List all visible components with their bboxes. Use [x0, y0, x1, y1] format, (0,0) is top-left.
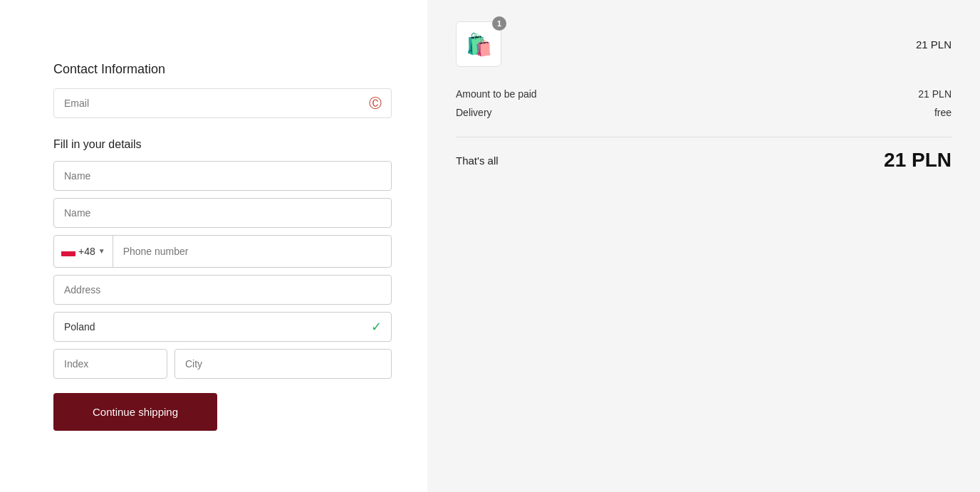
total-row: That's all 21 PLN — [456, 149, 952, 172]
delivery-label: Delivery — [456, 107, 492, 118]
email-field-wrapper: Ⓒ — [53, 88, 392, 118]
city-input[interactable] — [174, 349, 392, 379]
email-input[interactable] — [53, 88, 392, 118]
total-label: That's all — [456, 155, 499, 167]
summary-divider — [456, 137, 952, 137]
flag-poland-icon — [61, 246, 75, 256]
country-select-wrapper: Poland Germany France United Kingdom ✓ — [53, 312, 392, 342]
address-input[interactable] — [53, 275, 392, 305]
country-select[interactable]: Poland Germany France United Kingdom — [53, 312, 392, 342]
amount-row: Amount to be paid 21 PLN — [456, 88, 952, 100]
details-form: +48 ▼ Poland Germany France United Kingd… — [53, 161, 392, 379]
cart-item-price: 21 PLN — [916, 38, 952, 51]
phone-input[interactable] — [113, 237, 391, 266]
cart-icon-wrapper: 1 🛍️ — [456, 21, 501, 67]
amount-label: Amount to be paid — [456, 88, 537, 100]
cart-item-row: 1 🛍️ 21 PLN — [456, 21, 952, 67]
delivery-row: Delivery free — [456, 107, 952, 118]
details-section: Fill in your details +48 ▼ — [53, 118, 392, 379]
phone-prefix-selector[interactable]: +48 ▼ — [54, 236, 113, 267]
phone-code: +48 — [78, 246, 95, 257]
phone-row: +48 ▼ — [53, 235, 392, 268]
right-panel: 1 🛍️ 21 PLN Amount to be paid 21 PLN Del… — [427, 0, 980, 492]
index-city-row — [53, 349, 392, 379]
contact-section-title: Contact Information — [53, 62, 392, 77]
chevron-down-icon: ▼ — [98, 247, 105, 255]
delivery-value: free — [934, 107, 952, 118]
details-section-title: Fill in your details — [53, 138, 392, 151]
first-name-input[interactable] — [53, 161, 392, 191]
last-name-input[interactable] — [53, 198, 392, 228]
cart-badge: 1 — [492, 16, 506, 31]
country-check-icon: ✓ — [371, 319, 382, 335]
shopping-bag-icon: 🛍️ — [466, 32, 492, 57]
index-input[interactable] — [53, 349, 167, 379]
left-panel: Contact Information Ⓒ Fill in your detai… — [0, 0, 427, 492]
continue-shipping-button[interactable]: Continue shipping — [53, 393, 217, 431]
email-error-icon: Ⓒ — [369, 95, 382, 112]
amount-value: 21 PLN — [918, 88, 952, 100]
total-value: 21 PLN — [884, 149, 952, 172]
contact-section: Contact Information Ⓒ — [53, 62, 392, 118]
